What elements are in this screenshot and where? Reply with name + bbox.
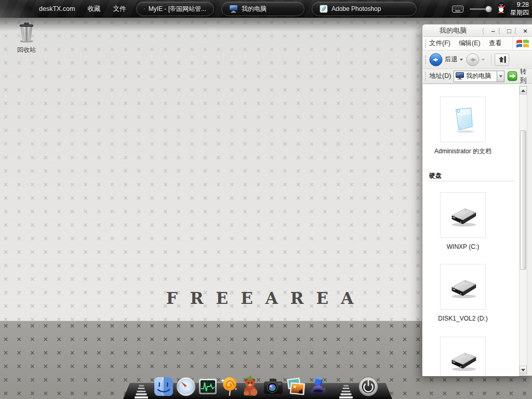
- documents-item[interactable]: [440, 97, 486, 142]
- menu-edit[interactable]: 编辑(E): [459, 39, 481, 48]
- maximize-button[interactable]: □: [504, 25, 514, 37]
- address-label: 地址(D): [429, 72, 451, 81]
- section-title: 硬盘: [429, 171, 442, 180]
- taskbar-button-label: MyIE - [帝国网站管...: [149, 5, 206, 14]
- back-button-label[interactable]: 后退: [445, 55, 458, 64]
- window-toolbar: 后退: [423, 50, 532, 69]
- taskbar: deskTX.com 收藏 文件 软件 MyIE - [帝国网站管...: [0, 0, 532, 18]
- windows-logo-panel: [512, 37, 532, 50]
- volume-slider-knob[interactable]: [485, 6, 492, 12]
- taskbar-button-photoshop[interactable]: Adobe Photoshop: [312, 2, 417, 16]
- taskbar-menu-files[interactable]: 文件: [113, 5, 126, 14]
- menu-file[interactable]: 文件(F): [429, 39, 450, 48]
- system-tray: 9:28 星期四: [449, 0, 532, 18]
- address-combo[interactable]: 我的电脑: [454, 71, 497, 82]
- taskbar-menu-favorites[interactable]: 收藏: [87, 5, 100, 14]
- menu-view[interactable]: 查看: [489, 39, 502, 48]
- section-divider: [429, 181, 515, 181]
- photoshop-feather-icon: [320, 5, 328, 13]
- finder-icon[interactable]: [153, 376, 175, 397]
- myie-icon: [144, 5, 145, 13]
- taskbar-button-label: 我的电脑: [242, 5, 267, 14]
- go-arrow-icon: [508, 71, 517, 81]
- menubar-grip[interactable]: [425, 39, 426, 48]
- up-folder-button[interactable]: [495, 54, 509, 66]
- desktop-screen: ××××××××××××××××××××××××××××××××××××××××…: [0, 0, 532, 399]
- taskbar-button-label: Adobe Photoshop: [331, 5, 381, 12]
- titlebar-divider: [483, 27, 487, 35]
- documents-item-label[interactable]: Administrator 的文档: [423, 147, 503, 156]
- dock: [0, 376, 532, 399]
- drive-c-label[interactable]: WINXP (C:): [423, 243, 503, 250]
- scroll-up-button[interactable]: [520, 86, 527, 95]
- document-icon: [447, 103, 479, 136]
- address-dropdown-icon: [499, 75, 502, 77]
- hard-drive-icon: [446, 273, 480, 300]
- clock-time: 9:28: [510, 1, 529, 9]
- windows-logo-icon: [516, 38, 529, 49]
- close-button[interactable]: ×: [520, 25, 530, 37]
- taskbar-button-myie[interactable]: MyIE - [帝国网站管...: [136, 2, 214, 16]
- toolbar-separator: [491, 54, 491, 65]
- minimize-button[interactable]: –: [488, 25, 498, 37]
- taskbar-button-my-computer[interactable]: 我的电脑: [221, 2, 304, 16]
- qq-penguin-icon[interactable]: [497, 2, 506, 13]
- window-title: 我的电脑: [440, 26, 467, 35]
- back-dropdown-icon[interactable]: [460, 59, 463, 61]
- titlebar-divider: [499, 27, 503, 35]
- taskbar-buttons: MyIE - [帝国网站管... 我的电脑: [136, 2, 417, 16]
- back-button[interactable]: [429, 53, 443, 66]
- drive-e-item[interactable]: [440, 337, 486, 376]
- drive-d-item[interactable]: [440, 264, 486, 310]
- taskbar-clock[interactable]: 9:28 星期四: [510, 1, 529, 17]
- my-computer-icon: [456, 72, 464, 80]
- trash-can-icon: [16, 21, 37, 43]
- keyboard-icon[interactable]: [452, 6, 463, 12]
- titlebar-divider: [515, 27, 520, 35]
- scroll-down-icon: [521, 369, 525, 371]
- window-menubar: 文件(F) 编辑(E) 查看: [423, 37, 532, 50]
- volume-slider[interactable]: [470, 8, 490, 10]
- go-button[interactable]: 转到: [508, 68, 532, 85]
- toolbar-grip[interactable]: [425, 56, 426, 64]
- pet-icon[interactable]: [240, 376, 262, 397]
- scroll-down-button[interactable]: [520, 366, 527, 374]
- forward-button[interactable]: [466, 53, 480, 66]
- drive-d-label[interactable]: DISK1_VOL2 (D:): [423, 315, 503, 322]
- up-arrow-icon: [497, 55, 507, 64]
- window-titlebar[interactable]: 我的电脑 – □ ×: [423, 25, 532, 37]
- window-addressbar: 地址(D) 我的电脑: [423, 69, 532, 84]
- address-value: 我的电脑: [466, 72, 491, 81]
- monitor-icon: [229, 5, 238, 13]
- photos-icon[interactable]: [285, 376, 307, 397]
- taskbar-menu: deskTX.com 收藏 文件 软件: [39, 0, 151, 18]
- drive-c-item[interactable]: [440, 192, 486, 238]
- camera-icon[interactable]: [262, 376, 284, 397]
- addressbar-grip[interactable]: [425, 72, 426, 81]
- hard-drive-icon: [446, 346, 480, 373]
- address-dropdown-button[interactable]: [497, 71, 505, 82]
- recycle-bin[interactable]: 回收站: [6, 21, 47, 55]
- activity-monitor-icon[interactable]: [197, 376, 219, 397]
- hard-drive-icon: [446, 202, 480, 229]
- my-computer-window: 我的电脑 – □ × 文件(F) 编辑(E) 查看: [422, 24, 532, 376]
- forward-dropdown-icon[interactable]: [482, 59, 485, 61]
- scrollbar-thumb[interactable]: [520, 130, 526, 270]
- taskbar-menu-desktx[interactable]: deskTX.com: [39, 5, 75, 12]
- go-button-label: 转到: [520, 68, 532, 85]
- safari-icon[interactable]: [175, 376, 197, 397]
- lollipop-icon[interactable]: [219, 376, 241, 397]
- scroll-up-icon: [521, 89, 525, 92]
- recycle-bin-label: 回收站: [6, 46, 47, 55]
- vertical-scrollbar[interactable]: [519, 86, 527, 375]
- power-button-icon[interactable]: [357, 376, 379, 397]
- folder-content: Administrator 的文档 硬盘 WINXP (C:): [423, 84, 519, 376]
- magic-hat-icon[interactable]: [307, 376, 329, 397]
- clock-weekday: 星期四: [510, 9, 529, 17]
